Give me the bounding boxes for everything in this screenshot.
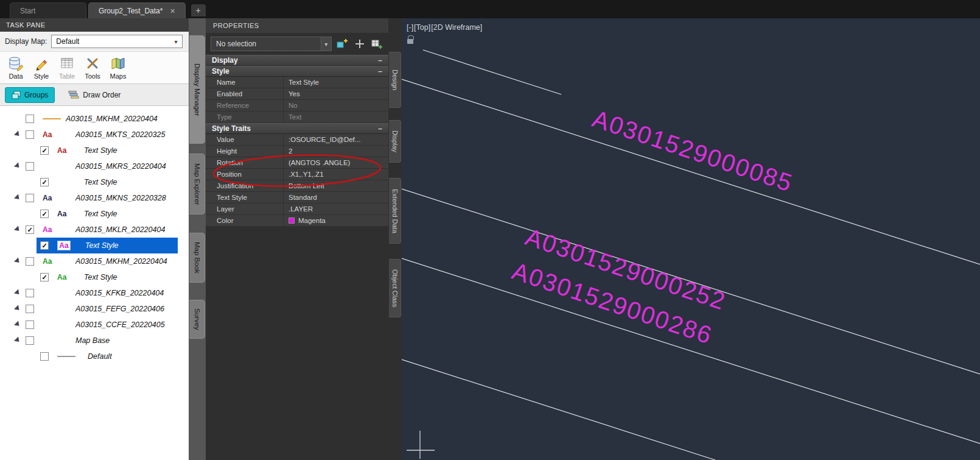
tree-row-mklr[interactable]: ✓ Aa A03015_MKLR_20220404 xyxy=(0,222,189,238)
tab-design[interactable]: Design xyxy=(389,52,401,108)
add-selection-button[interactable] xyxy=(353,37,366,51)
tab-map-explorer[interactable]: Map Explorer xyxy=(189,154,205,214)
tree-row-mkrs[interactable]: A03015_MKRS_20220404 xyxy=(0,158,189,174)
property-value[interactable]: Magenta xyxy=(284,215,388,226)
tree-row-mkts[interactable]: Aa A03015_MKTS_20220325 xyxy=(0,127,189,143)
property-value[interactable]: .LAYER xyxy=(284,203,388,214)
checkbox-checked[interactable]: ✓ xyxy=(26,225,34,234)
data-button[interactable]: Data xyxy=(5,53,27,82)
tab-survey[interactable]: Survey xyxy=(189,300,205,339)
checkbox[interactable] xyxy=(40,352,49,361)
property-row-color[interactable]: Color Magenta xyxy=(206,215,388,227)
tree-row-default[interactable]: Default xyxy=(0,349,189,364)
expand-arrow-icon[interactable] xyxy=(14,130,21,138)
tree-row-map-base[interactable]: Map Base xyxy=(0,333,189,349)
expand-arrow-icon[interactable] xyxy=(14,257,21,264)
checkbox[interactable] xyxy=(26,320,34,329)
tab-map-book[interactable]: Map Book xyxy=(189,233,205,283)
checkbox[interactable] xyxy=(26,289,34,297)
maps-button[interactable]: Maps xyxy=(107,53,129,82)
close-tab-icon[interactable]: × xyxy=(170,7,175,15)
checkbox[interactable] xyxy=(26,115,34,123)
property-value[interactable]: Standard xyxy=(284,192,388,203)
expand-arrow-icon[interactable] xyxy=(14,305,21,312)
property-row-rotation[interactable]: Rotation (ANGTOS .ANGLE) xyxy=(206,157,388,169)
tree-row-kfkb[interactable]: A03015_KFKB_20220404 xyxy=(0,285,189,301)
expand-arrow-icon[interactable] xyxy=(14,162,21,169)
checkbox[interactable] xyxy=(26,130,34,139)
section-style-traits[interactable]: Style Traits – xyxy=(206,123,388,134)
selection-dropdown[interactable]: No selection ▾ xyxy=(211,37,332,51)
tree-row-mkhm-textstyle[interactable]: ✓ Aa Text Style xyxy=(0,269,189,285)
draw-order-button[interactable]: Draw Order xyxy=(63,87,125,103)
property-value[interactable]: (ANGTOS .ANGLE) xyxy=(284,157,388,168)
tree-row-mkts-textstyle[interactable]: ✓ Aa Text Style xyxy=(0,143,189,158)
checkbox-checked[interactable]: ✓ xyxy=(40,178,49,186)
expand-arrow-icon[interactable] xyxy=(14,194,21,201)
checkbox-checked[interactable]: ✓ xyxy=(40,241,49,250)
style-button[interactable]: Style xyxy=(30,53,52,82)
new-tab-button[interactable]: + xyxy=(191,4,206,16)
property-row-name[interactable]: Name Text Style xyxy=(206,77,388,88)
tree-row-mkhm-line[interactable]: A03015_MKHM_20220404 xyxy=(0,111,189,127)
checkbox[interactable] xyxy=(26,257,34,266)
property-value[interactable]: 2 xyxy=(284,146,388,157)
task-pane-title: TASK PANE xyxy=(6,21,46,29)
table-button[interactable]: Table xyxy=(56,53,78,82)
file-tab-start[interactable]: Start xyxy=(10,2,86,18)
tree-row-fefg[interactable]: A03015_FEFG_20220406 xyxy=(0,301,189,317)
expand-arrow-icon[interactable] xyxy=(14,289,21,296)
property-row-height[interactable]: Height 2 xyxy=(206,146,388,157)
tab-extended-data[interactable]: Extended Data xyxy=(389,178,401,244)
property-value[interactable]: :OSOURCE_ID@Def... xyxy=(284,134,388,145)
property-row-enabled[interactable]: Enabled Yes xyxy=(206,88,388,100)
checkbox-checked[interactable]: ✓ xyxy=(40,210,49,218)
property-row-layer[interactable]: Layer .LAYER xyxy=(206,203,388,215)
property-value[interactable]: Bottom Left xyxy=(284,180,388,191)
property-row-value[interactable]: Value :OSOURCE_ID@Def... xyxy=(206,134,388,146)
tree-row-mkns[interactable]: Aa A03015_MKNS_20220328 xyxy=(0,190,189,206)
expand-arrow-icon[interactable] xyxy=(14,336,21,344)
expand-arrow-icon[interactable] xyxy=(14,225,21,233)
collapse-icon[interactable]: – xyxy=(378,67,382,76)
checkbox[interactable] xyxy=(26,336,34,345)
tools-button[interactable]: Tools xyxy=(82,53,103,82)
display-map-select[interactable]: Default ▾ xyxy=(51,35,183,48)
checkbox[interactable] xyxy=(26,162,34,171)
color-swatch xyxy=(289,218,295,224)
property-value[interactable]: Text Style xyxy=(284,77,388,88)
tab-display-manager[interactable]: Display Manager xyxy=(189,35,205,144)
tab-display[interactable]: Display xyxy=(389,120,401,163)
collapse-icon[interactable]: – xyxy=(378,124,382,133)
file-tab-group2-test-data[interactable]: Group2_Test_Data* × xyxy=(88,2,186,18)
tab-object-class[interactable]: Object Class xyxy=(389,259,401,317)
section-display[interactable]: Display – xyxy=(206,55,388,66)
drawing-viewport[interactable]: [-] [Top] [2D Wireframe] A0301529000085 … xyxy=(402,18,980,460)
section-style[interactable]: Style – xyxy=(206,66,388,77)
viewport-view-control[interactable]: [Top] xyxy=(414,23,430,32)
property-row-justification[interactable]: Justification Bottom Left xyxy=(206,180,388,192)
checkbox[interactable] xyxy=(26,194,34,202)
display-map-value: Default xyxy=(56,37,79,46)
tree-row-mklr-textstyle-selected[interactable]: ✓ Aa Text Style xyxy=(0,238,189,253)
property-value[interactable]: Yes xyxy=(284,88,388,99)
create-style-button[interactable] xyxy=(336,37,349,51)
property-row-position[interactable]: Position .X1,.Y1,.Z1 xyxy=(206,169,388,180)
attach-data-button[interactable] xyxy=(371,37,383,51)
checkbox-checked[interactable]: ✓ xyxy=(40,146,49,155)
collapse-icon[interactable]: – xyxy=(378,56,382,65)
property-value: Text xyxy=(284,111,388,122)
property-row-text-style[interactable]: Text Style Standard xyxy=(206,192,388,203)
groups-button[interactable]: Groups xyxy=(5,87,55,103)
tree-row-mkrs-textstyle[interactable]: ✓ Text Style xyxy=(0,174,189,190)
tree-row-mkhm[interactable]: Aa A03015_MKHM_20220404 xyxy=(0,253,189,269)
viewport-menu-control[interactable]: [-] xyxy=(407,23,413,32)
property-key: Justification xyxy=(206,180,284,191)
tree-row-mkns-textstyle[interactable]: ✓ Aa Text Style xyxy=(0,206,189,222)
property-value[interactable]: .X1,.Y1,.Z1 xyxy=(284,169,388,180)
expand-arrow-icon[interactable] xyxy=(14,320,21,328)
checkbox-checked[interactable]: ✓ xyxy=(40,273,49,281)
tree-row-ccfe[interactable]: A03015_CCFE_20220405 xyxy=(0,317,189,333)
viewport-visual-style-control[interactable]: [2D Wireframe] xyxy=(431,23,482,32)
checkbox[interactable] xyxy=(26,305,34,313)
